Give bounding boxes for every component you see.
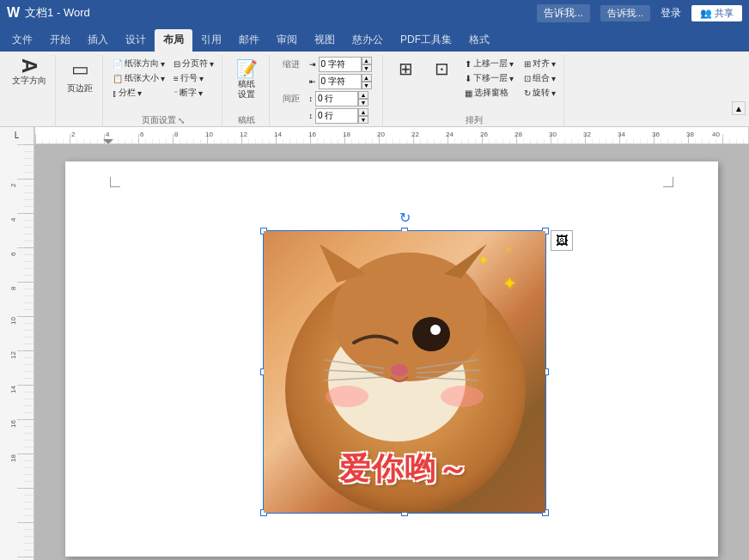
- spacing-before-icon: ↕: [309, 94, 314, 103]
- ribbon-collapse-btn[interactable]: ▲: [732, 101, 746, 115]
- align-label: 对齐: [533, 58, 550, 70]
- rotate-icon: ↻: [524, 88, 531, 98]
- align-btn[interactable]: ⊞ 对齐 ▾: [521, 57, 558, 70]
- ribbon-group-content: 缩进 ⇥ ▲ ▼ ⇤ ▲ ▼: [283, 57, 372, 124]
- tab-insert[interactable]: 插入: [79, 29, 117, 52]
- columns-btn[interactable]: ⫿ 分栏 ▾: [110, 86, 167, 100]
- wrap-text-btn[interactable]: ⊡: [426, 57, 457, 82]
- image-container[interactable]: ↻ 🖼: [263, 230, 546, 514]
- breaks-btn[interactable]: ⊟ 分页符 ▾: [171, 57, 216, 70]
- indent-left-down[interactable]: ▼: [362, 64, 372, 72]
- position-icon: ⊞: [399, 58, 413, 79]
- ribbon-group-arrange: ⊞ ⊡ ⬆ 上移一层 ▾ ⬇ 下移一层 ▾: [385, 55, 564, 126]
- cat-text: 爱你哟～: [339, 448, 470, 490]
- tab-pdf[interactable]: PDF工具集: [392, 29, 460, 52]
- tell-btn-label[interactable]: 告诉我...: [600, 5, 650, 21]
- doc-page: ↻ 🖼: [65, 161, 718, 557]
- hyphenation-label: 断字: [180, 87, 197, 99]
- ruler-corner[interactable]: L: [0, 127, 34, 144]
- tab-layout[interactable]: 布局: [155, 29, 192, 52]
- indent-right-up[interactable]: ▲: [362, 74, 372, 82]
- tab-view[interactable]: 视图: [306, 29, 344, 52]
- indent-left-input[interactable]: [319, 57, 362, 72]
- page-setup-col2: ⊟ 分页符 ▾ ≡ 行号 ▾ ⁻ 断字 ▾: [171, 57, 216, 100]
- hyphenation-btn[interactable]: ⁻ 断字 ▾: [171, 86, 216, 100]
- svg-text:22: 22: [411, 131, 419, 138]
- text-direction-btn[interactable]: A 文字方向: [9, 57, 50, 88]
- spacing-after-down[interactable]: ▼: [358, 116, 368, 124]
- tab-mailings[interactable]: 邮件: [230, 29, 268, 52]
- titlebar-title: 文档1 - Word: [25, 5, 90, 21]
- tab-review[interactable]: 审阅: [268, 29, 306, 52]
- page-setup-expand[interactable]: ⤡: [178, 116, 185, 125]
- spacing-before-input[interactable]: [315, 91, 358, 107]
- image-layout-btn[interactable]: 🖼: [551, 230, 573, 251]
- tell-btn[interactable]: 告诉我...: [537, 4, 590, 22]
- tab-references[interactable]: 引用: [192, 29, 230, 52]
- send-backward-dropdown: ▾: [509, 74, 514, 83]
- spacing-before-up[interactable]: ▲: [358, 91, 368, 99]
- arrange-col1: ⬆ 上移一层 ▾ ⬇ 下移一层 ▾ ▦ 选择窗格: [462, 57, 516, 100]
- bring-forward-icon: ⬆: [465, 59, 472, 69]
- rotate-btn[interactable]: ↻ 旋转 ▾: [521, 86, 558, 100]
- share-label: 共享: [715, 7, 734, 20]
- titlebar-left: W 文档1 - Word: [7, 5, 90, 21]
- draft-icon: 📝: [236, 58, 258, 79]
- page-setup-col1: 📄 纸张方向 ▾ 📋 纸张大小 ▾ ⫿ 分栏 ▾: [110, 57, 167, 100]
- vertical-ruler: 2 4 6 8 10 12 14 16 18: [0, 144, 34, 560]
- tab-format[interactable]: 格式: [460, 29, 498, 52]
- wrap-text-icon: ⊡: [435, 58, 449, 79]
- tab-help[interactable]: 慈办公: [344, 29, 392, 52]
- tab-home[interactable]: 开始: [41, 29, 79, 52]
- spacing-after-input[interactable]: [315, 108, 358, 124]
- bring-forward-btn[interactable]: ⬆ 上移一层 ▾: [462, 57, 516, 70]
- share-btn[interactable]: 👥 共享: [691, 5, 742, 21]
- rotate-handle[interactable]: ↻: [398, 210, 411, 224]
- indent-left-up[interactable]: ▲: [362, 57, 372, 64]
- titlebar-right: 告诉我... 告诉我... 登录 👥 共享: [537, 4, 742, 22]
- position-btn[interactable]: ⊞: [390, 57, 421, 82]
- svg-text:8: 8: [9, 286, 17, 290]
- margins-btn[interactable]: ▭ 页边距: [63, 57, 97, 96]
- svg-text:6: 6: [140, 131, 144, 138]
- line-numbers-btn[interactable]: ≡ 行号 ▾: [171, 71, 216, 85]
- columns-icon: ⫿: [113, 88, 117, 98]
- svg-text:2: 2: [9, 183, 17, 187]
- size-label: 纸张大小: [125, 72, 159, 84]
- svg-text:4: 4: [9, 217, 17, 222]
- indent-right-input[interactable]: [319, 74, 362, 89]
- svg-point-46: [391, 364, 408, 376]
- selection-pane-label: 选择窗格: [474, 87, 508, 99]
- indent-right-arrow-icon: ⇤: [309, 77, 316, 86]
- group-btn[interactable]: ⊡ 组合 ▾: [521, 71, 558, 85]
- arrange-label: 排列: [466, 114, 483, 126]
- cat-image: ✦ ✦ ✧ 爱你哟～: [264, 231, 545, 513]
- send-backward-btn[interactable]: ⬇ 下移一层 ▾: [462, 71, 516, 85]
- orientation-btn[interactable]: 📄 纸张方向 ▾: [110, 57, 167, 70]
- spacing-after-up[interactable]: ▲: [358, 108, 368, 116]
- ribbon-group-text-direction: A 文字方向: [3, 55, 56, 126]
- draft-setup-btn[interactable]: 📝 稿纸 设置: [229, 57, 264, 101]
- login-btn[interactable]: 登录: [661, 6, 681, 21]
- breaks-icon: ⊟: [174, 59, 180, 69]
- size-btn[interactable]: 📋 纸张大小 ▾: [110, 71, 167, 85]
- size-icon: 📋: [113, 74, 123, 83]
- ribbon-group-paragraph: 缩进 ⇥ ▲ ▼ ⇤ ▲ ▼: [271, 55, 383, 126]
- corner-marker-tl: [110, 177, 120, 187]
- spacing-before-down[interactable]: ▼: [358, 99, 368, 107]
- tab-file[interactable]: 文件: [3, 29, 41, 52]
- page-setup-label: 页面设置: [142, 114, 176, 126]
- spacing-before-input-group: ▲ ▼: [315, 91, 368, 107]
- svg-text:34: 34: [618, 131, 625, 138]
- ribbon-group-content: 📄 纸张方向 ▾ 📋 纸张大小 ▾ ⫿ 分栏 ▾: [110, 57, 216, 113]
- indent-right-down[interactable]: ▼: [362, 82, 372, 89]
- svg-text:18: 18: [343, 131, 350, 138]
- svg-text:14: 14: [274, 131, 282, 138]
- tab-design[interactable]: 设计: [117, 29, 155, 52]
- svg-text:4: 4: [106, 131, 110, 138]
- columns-dropdown-icon: ▾: [137, 88, 142, 98]
- selection-pane-btn[interactable]: ▦ 选择窗格: [462, 86, 516, 100]
- size-dropdown-icon: ▾: [161, 74, 165, 83]
- titlebar: W 文档1 - Word 告诉我... 告诉我... 登录 👥 共享: [0, 0, 749, 26]
- spacing-before-spinner: ▲ ▼: [358, 91, 368, 107]
